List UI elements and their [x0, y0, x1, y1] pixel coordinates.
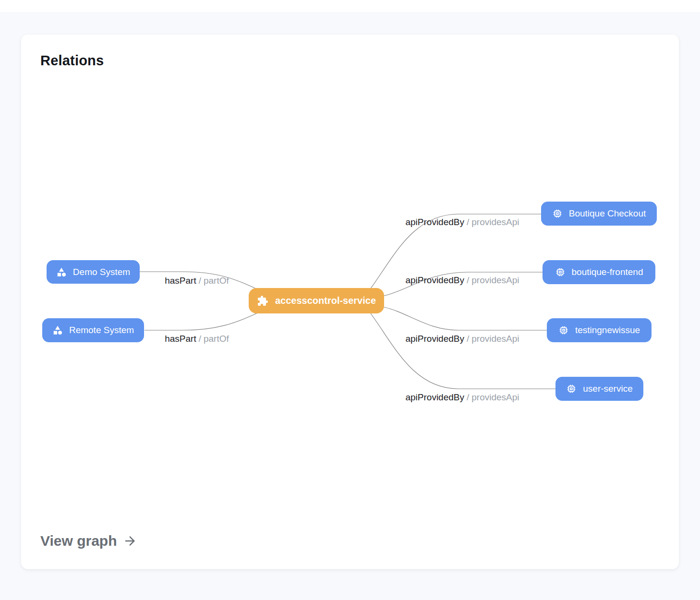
edge-label-haspart-demo: hasPart/partOf	[165, 276, 229, 286]
node-accesscontrol-service[interactable]: accesscontrol-service	[249, 288, 384, 313]
node-demo-system[interactable]: Demo System	[47, 260, 140, 284]
relations-card: Relations Demo System Remote System	[21, 35, 679, 569]
system-shapes-icon	[52, 325, 63, 336]
node-label: Demo System	[73, 267, 130, 277]
edge-testingnewissue	[384, 307, 547, 330]
system-shapes-icon	[56, 267, 67, 277]
edge-label-api-testingnewissue: apiProvidedBy/providesApi	[405, 334, 519, 344]
edge-label-api-boutique-checkout: apiProvidedBy/providesApi	[405, 217, 519, 228]
edge-label-api-user-service: apiProvidedBy/providesApi	[405, 392, 519, 403]
puzzle-icon	[257, 295, 268, 307]
node-label: user-service	[583, 384, 632, 394]
chip-icon	[555, 267, 566, 277]
page-top-strip	[0, 0, 700, 12]
node-remote-system[interactable]: Remote System	[42, 318, 144, 342]
node-label: testingnewissue	[575, 325, 640, 336]
edge-user-service	[371, 313, 555, 389]
edge-label-haspart-remote: hasPart/partOf	[165, 334, 229, 344]
node-boutique-checkout[interactable]: Boutique Checkout	[541, 202, 657, 226]
node-user-service[interactable]: user-service	[555, 377, 643, 401]
arrow-right-icon	[123, 534, 137, 548]
chip-icon	[558, 325, 569, 336]
view-graph-link[interactable]: View graph	[40, 533, 137, 549]
node-label: Remote System	[69, 325, 134, 336]
view-graph-label: View graph	[40, 533, 117, 549]
chip-icon	[566, 384, 577, 394]
node-label: boutique-frontend	[572, 267, 643, 277]
node-label: accesscontrol-service	[275, 295, 376, 306]
node-boutique-frontend[interactable]: boutique-frontend	[543, 260, 655, 284]
edge-label-api-boutique-frontend: apiProvidedBy/providesApi	[405, 275, 519, 286]
relations-graph: Demo System Remote System accesscontrol-…	[21, 35, 679, 569]
chip-icon	[552, 208, 563, 219]
node-testingnewissue[interactable]: testingnewissue	[547, 318, 652, 342]
edge-remote-system	[145, 312, 261, 330]
node-label: Boutique Checkout	[569, 208, 646, 219]
